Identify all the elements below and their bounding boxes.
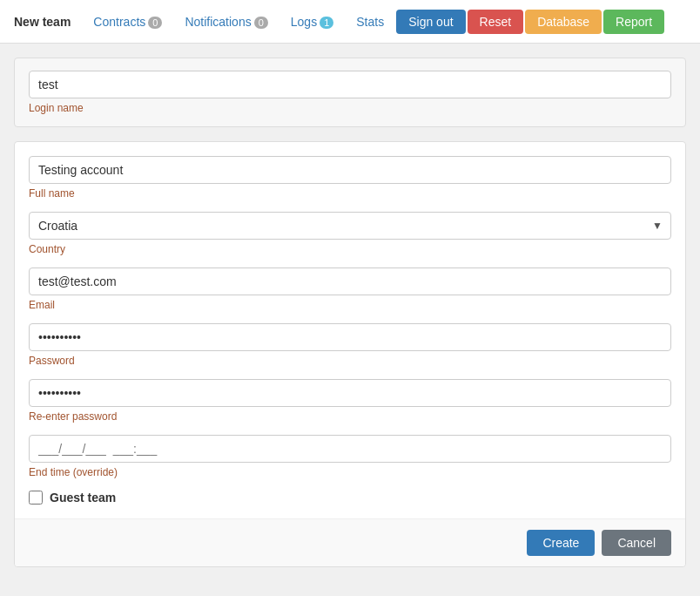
reenter-password-input[interactable] [29, 379, 671, 407]
contracts-badge: 0 [148, 17, 162, 29]
login-name-label: Login name [29, 102, 671, 114]
logs-badge: 1 [320, 17, 333, 29]
main-card: Full name Croatia USA Germany France ▼ C… [14, 141, 686, 567]
country-select-wrapper: Croatia USA Germany France ▼ [29, 212, 671, 240]
country-group: Croatia USA Germany France ▼ Country [29, 212, 671, 255]
nav-logs[interactable]: Logs1 [280, 8, 344, 36]
password-group: Password [29, 323, 671, 367]
country-select[interactable]: Croatia USA Germany France [29, 212, 671, 240]
email-group: Email [29, 268, 671, 311]
cancel-button[interactable]: Cancel [602, 530, 671, 556]
login-name-section: Login name [14, 58, 686, 127]
nav-new-team[interactable]: New team [3, 8, 81, 36]
footer-actions: Create Cancel [15, 518, 685, 566]
email-label: Email [29, 299, 671, 311]
guest-team-label[interactable]: Guest team [50, 491, 116, 505]
nav-contracts[interactable]: Contracts0 [83, 8, 172, 36]
nav-stats[interactable]: Stats [346, 8, 394, 36]
nav-notifications[interactable]: Notifications0 [174, 8, 278, 36]
login-name-input[interactable] [29, 71, 671, 98]
full-name-group: Full name [29, 156, 671, 200]
login-name-group: Login name [29, 71, 671, 114]
password-input[interactable] [29, 323, 671, 351]
end-time-input[interactable] [29, 435, 671, 463]
full-name-input[interactable] [29, 156, 671, 184]
reenter-password-group: Re-enter password [29, 379, 671, 423]
end-time-group: End time (override) [29, 435, 671, 478]
signout-button[interactable]: Sign out [396, 10, 465, 34]
password-label: Password [29, 355, 671, 367]
report-button[interactable]: Report [603, 10, 664, 34]
notifications-badge: 0 [254, 17, 268, 29]
reenter-password-label: Re-enter password [29, 410, 671, 423]
country-label: Country [29, 243, 671, 255]
full-name-label: Full name [29, 187, 671, 200]
navbar: New team Contracts0 Notifications0 Logs1… [0, 0, 700, 44]
email-input[interactable] [29, 268, 671, 295]
reset-button[interactable]: Reset [468, 10, 524, 34]
end-time-label: End time (override) [29, 466, 671, 478]
form-area: Full name Croatia USA Germany France ▼ C… [15, 142, 685, 518]
guest-team-row: Guest team [29, 491, 671, 505]
create-button[interactable]: Create [527, 530, 595, 556]
guest-team-checkbox[interactable] [29, 491, 43, 505]
database-button[interactable]: Database [525, 10, 602, 34]
